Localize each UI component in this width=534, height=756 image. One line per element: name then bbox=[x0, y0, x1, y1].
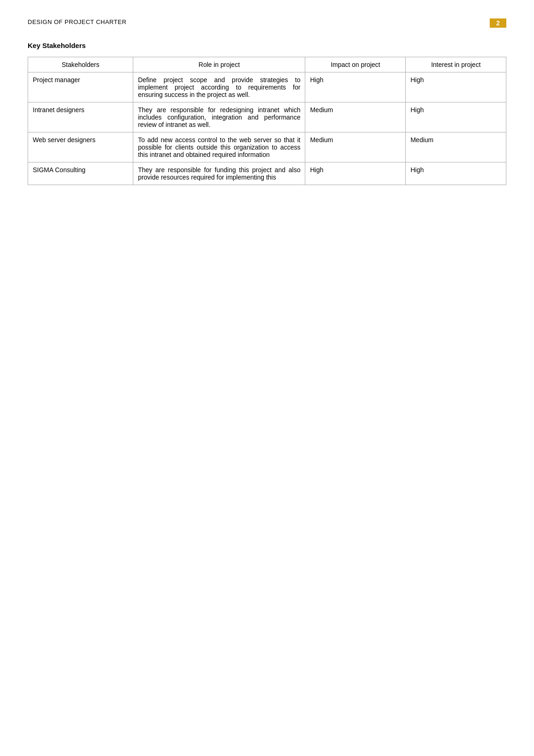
role-cell: Define project scope and provide strateg… bbox=[133, 72, 305, 102]
interest-cell: High bbox=[406, 72, 506, 102]
col-header-stakeholders: Stakeholders bbox=[28, 57, 133, 72]
table-header-row: Stakeholders Role in project Impact on p… bbox=[28, 57, 506, 72]
col-header-role: Role in project bbox=[133, 57, 305, 72]
role-cell: To add new access control to the web ser… bbox=[133, 132, 305, 162]
table-row: SIGMA ConsultingThey are responsible for… bbox=[28, 162, 506, 185]
table-row: Web server designersTo add new access co… bbox=[28, 132, 506, 162]
page-header: DESIGN OF PROJECT CHARTER 2 bbox=[28, 18, 506, 28]
col-header-interest: Interest in project bbox=[406, 57, 506, 72]
impact-cell: Medium bbox=[305, 102, 406, 132]
table-row: Project managerDefine project scope and … bbox=[28, 72, 506, 102]
col-header-impact: Impact on project bbox=[305, 57, 406, 72]
stakeholder-cell: Web server designers bbox=[28, 132, 133, 162]
stakeholder-cell: Intranet designers bbox=[28, 102, 133, 132]
impact-cell: Medium bbox=[305, 132, 406, 162]
table-row: Intranet designersThey are responsible f… bbox=[28, 102, 506, 132]
document-title: DESIGN OF PROJECT CHARTER bbox=[28, 18, 126, 25]
stakeholders-table: Stakeholders Role in project Impact on p… bbox=[28, 57, 506, 185]
impact-cell: High bbox=[305, 162, 406, 185]
stakeholder-cell: Project manager bbox=[28, 72, 133, 102]
interest-cell: High bbox=[406, 102, 506, 132]
impact-cell: High bbox=[305, 72, 406, 102]
interest-cell: Medium bbox=[406, 132, 506, 162]
stakeholder-cell: SIGMA Consulting bbox=[28, 162, 133, 185]
interest-cell: High bbox=[406, 162, 506, 185]
role-cell: They are responsible for funding this pr… bbox=[133, 162, 305, 185]
page-number: 2 bbox=[490, 18, 506, 28]
section-title: Key Stakeholders bbox=[28, 42, 506, 49]
role-cell: They are responsible for redesigning int… bbox=[133, 102, 305, 132]
